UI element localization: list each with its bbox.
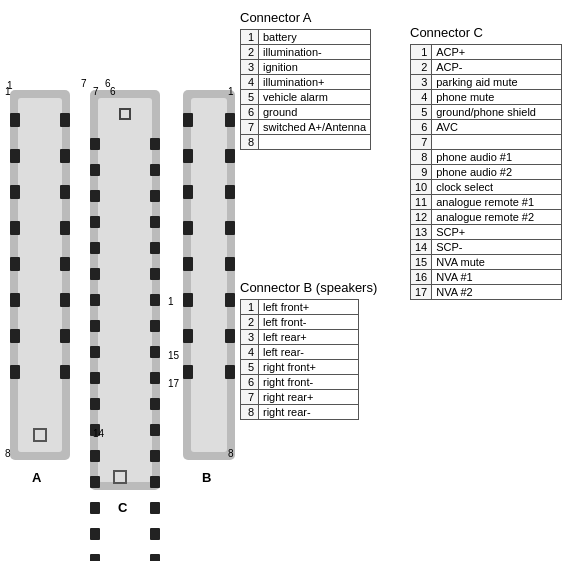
row-num: 3 bbox=[411, 75, 432, 90]
row-num: 5 bbox=[241, 90, 259, 105]
row-val: ground bbox=[259, 105, 371, 120]
row-val: vehicle alarm bbox=[259, 90, 371, 105]
pin-block bbox=[60, 365, 70, 379]
connector-b-title: Connector B (speakers) bbox=[240, 280, 377, 295]
c-top-7: 7 bbox=[93, 86, 99, 97]
pin-block bbox=[60, 221, 70, 235]
table-row: 11analogue remote #1 bbox=[411, 195, 562, 210]
c-top-6: 6 bbox=[110, 86, 116, 97]
row-num: 1 bbox=[241, 300, 259, 315]
table-row: 2left front- bbox=[241, 315, 359, 330]
pin-block bbox=[90, 138, 100, 150]
pin-block bbox=[150, 502, 160, 514]
pin-block bbox=[150, 190, 160, 202]
row-val: analogue remote #2 bbox=[432, 210, 562, 225]
row-num: 4 bbox=[411, 90, 432, 105]
row-val: right front+ bbox=[259, 360, 359, 375]
row-num: 3 bbox=[241, 60, 259, 75]
row-num: 9 bbox=[411, 165, 432, 180]
table-row: 6right front- bbox=[241, 375, 359, 390]
c-mid-1: 1 bbox=[168, 296, 174, 307]
table-row: 12analogue remote #2 bbox=[411, 210, 562, 225]
row-val: SCP- bbox=[432, 240, 562, 255]
pin-block bbox=[90, 346, 100, 358]
pin-block bbox=[150, 424, 160, 436]
row-num: 3 bbox=[241, 330, 259, 345]
c-mid-15: 15 bbox=[168, 350, 179, 361]
row-num: 1 bbox=[411, 45, 432, 60]
row-val: left front+ bbox=[259, 300, 359, 315]
table-row: 8phone audio #1 bbox=[411, 150, 562, 165]
pin-block bbox=[10, 113, 20, 127]
pin-block bbox=[60, 149, 70, 163]
pin-block bbox=[225, 365, 235, 379]
row-val: illumination+ bbox=[259, 75, 371, 90]
table-row: 3parking aid mute bbox=[411, 75, 562, 90]
pin-block bbox=[90, 216, 100, 228]
pin-block bbox=[183, 149, 193, 163]
pin-block bbox=[183, 113, 193, 127]
row-val: phone audio #2 bbox=[432, 165, 562, 180]
table-row: 3left rear+ bbox=[241, 330, 359, 345]
connector-b-section: Connector B (speakers) 1left front+2left… bbox=[240, 280, 377, 420]
table-row: 6ground bbox=[241, 105, 371, 120]
row-val: NVA #2 bbox=[432, 285, 562, 300]
pin-block bbox=[225, 329, 235, 343]
pin-block bbox=[225, 185, 235, 199]
pin-block bbox=[183, 365, 193, 379]
table-row: 8 bbox=[241, 135, 371, 150]
row-num: 6 bbox=[241, 375, 259, 390]
row-val: clock select bbox=[432, 180, 562, 195]
pin-block bbox=[150, 476, 160, 488]
row-num: 15 bbox=[411, 255, 432, 270]
pin-block bbox=[225, 113, 235, 127]
table-row: 14SCP- bbox=[411, 240, 562, 255]
row-num: 14 bbox=[411, 240, 432, 255]
row-val: ignition bbox=[259, 60, 371, 75]
row-val: ACP- bbox=[432, 60, 562, 75]
mounting-hole bbox=[33, 428, 47, 442]
row-num: 4 bbox=[241, 75, 259, 90]
pin-block bbox=[90, 476, 100, 488]
pin-block bbox=[90, 372, 100, 384]
pin-block bbox=[10, 293, 20, 307]
connector-a-body bbox=[10, 90, 70, 460]
pin-block bbox=[150, 554, 160, 561]
row-num: 17 bbox=[411, 285, 432, 300]
table-row: 10clock select bbox=[411, 180, 562, 195]
pin-block bbox=[60, 113, 70, 127]
pin-block bbox=[150, 138, 160, 150]
a-top-num: 1 bbox=[5, 86, 11, 97]
c-hollow-bottom bbox=[113, 470, 127, 484]
pin-block bbox=[90, 554, 100, 561]
pin-block bbox=[90, 294, 100, 306]
table-row: 4left rear- bbox=[241, 345, 359, 360]
b-top-num: 1 bbox=[228, 86, 234, 97]
row-num: 5 bbox=[241, 360, 259, 375]
pin-block bbox=[60, 293, 70, 307]
pin-block bbox=[150, 450, 160, 462]
pin-block bbox=[183, 257, 193, 271]
connector-b-table: 1left front+2left front-3left rear+4left… bbox=[240, 299, 359, 420]
row-val: left front- bbox=[259, 315, 359, 330]
pin-block bbox=[90, 528, 100, 540]
table-row: 3ignition bbox=[241, 60, 371, 75]
row-val bbox=[432, 135, 562, 150]
pin-block bbox=[90, 398, 100, 410]
row-val: NVA mute bbox=[432, 255, 562, 270]
table-row: 2illumination- bbox=[241, 45, 371, 60]
row-val: battery bbox=[259, 30, 371, 45]
table-row: 7switched A+/Antenna bbox=[241, 120, 371, 135]
pin-block bbox=[150, 216, 160, 228]
table-row: 1left front+ bbox=[241, 300, 359, 315]
row-val: right rear- bbox=[259, 405, 359, 420]
row-num: 2 bbox=[241, 315, 259, 330]
row-val: ground/phone shield bbox=[432, 105, 562, 120]
table-row: 1battery bbox=[241, 30, 371, 45]
connector-b-body bbox=[183, 90, 235, 460]
pin-block bbox=[150, 268, 160, 280]
table-row: 7right rear+ bbox=[241, 390, 359, 405]
table-row: 5vehicle alarm bbox=[241, 90, 371, 105]
pin-block bbox=[10, 185, 20, 199]
table-row: 15NVA mute bbox=[411, 255, 562, 270]
